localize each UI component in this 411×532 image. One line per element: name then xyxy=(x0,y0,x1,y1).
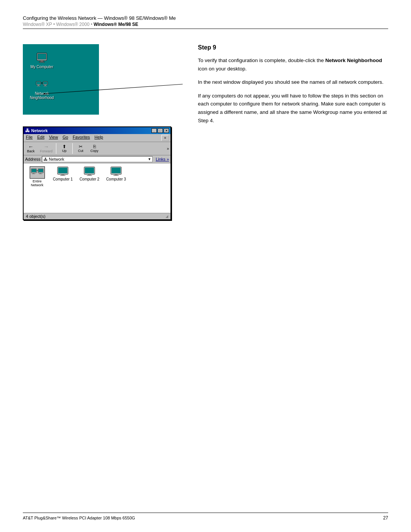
desktop-screenshot: My Computer xyxy=(23,44,99,115)
step-paragraph-2: In the next window displayed you should … xyxy=(198,78,388,86)
computer2-label: Computer 2 xyxy=(80,177,99,181)
desktop-icon-my-computer[interactable]: My Computer xyxy=(29,52,55,69)
menu-edit[interactable]: Edit xyxy=(37,135,45,141)
explorer-statusbar: 4 object(s) ◢ xyxy=(24,213,170,219)
copy-button[interactable]: ⎘ Copy xyxy=(89,144,100,153)
back-label: Back xyxy=(27,149,35,153)
maximize-button[interactable]: □ xyxy=(158,128,163,133)
footer-page-number: 27 xyxy=(383,515,388,521)
network-neighborhood-icon xyxy=(36,78,48,91)
computer2-icon[interactable]: Computer 2 xyxy=(78,166,101,181)
explorer-menubar: File Edit View Go Favorites Help ≡ xyxy=(24,134,170,142)
status-resize-grip: ◢ xyxy=(166,214,168,218)
svg-rect-30 xyxy=(88,174,91,175)
toolbar-separator-1 xyxy=(56,143,56,154)
back-icon: ← xyxy=(28,144,33,149)
svg-rect-5 xyxy=(37,82,40,85)
up-icon: ⬆ xyxy=(62,144,66,149)
my-computer-icon xyxy=(36,52,48,64)
footer-left: AT&T Plug&Share™ Wireless PCI Adapter 10… xyxy=(23,516,135,520)
computer2-img xyxy=(83,166,96,176)
menu-favorites[interactable]: Favorites xyxy=(72,135,91,141)
computer1-label: Computer 1 xyxy=(53,177,73,181)
svg-rect-25 xyxy=(58,168,67,173)
right-column: Step 9 To verify that configuration is c… xyxy=(198,44,388,220)
desktop-icon-network-neighborhood[interactable]: NetworkNeighborhood xyxy=(29,78,55,100)
forward-button[interactable]: → Forward xyxy=(39,144,54,153)
back-button[interactable]: ← Back xyxy=(25,144,37,153)
svg-rect-1 xyxy=(38,54,46,59)
address-input[interactable]: 🖧 Network ▼ xyxy=(42,156,153,162)
address-network-icon: 🖧 xyxy=(43,157,48,161)
svg-rect-17 xyxy=(33,173,34,174)
computer3-icon[interactable]: Computer 3 xyxy=(105,166,127,181)
toolbar-separator-2 xyxy=(72,143,73,154)
titlebar-icon: 🖧 xyxy=(25,128,30,133)
menu-view[interactable]: View xyxy=(48,135,59,141)
svg-rect-21 xyxy=(40,173,41,174)
address-value: Network xyxy=(49,157,64,161)
cut-button[interactable]: ✂ Cut xyxy=(75,144,86,153)
page-header: Configuring the Wireless Network — Windo… xyxy=(23,15,388,29)
svg-rect-10 xyxy=(45,85,46,86)
svg-rect-3 xyxy=(39,62,45,62)
svg-rect-35 xyxy=(113,175,119,176)
header-subtitle: Windows® XP • Windows® 2000 • Windows® M… xyxy=(23,22,388,27)
page-container: Configuring the Wireless Network — Windo… xyxy=(0,0,411,532)
cut-icon: ✂ xyxy=(79,144,83,149)
svg-rect-9 xyxy=(43,82,47,85)
cut-label: Cut xyxy=(78,149,83,153)
menu-file[interactable]: File xyxy=(25,135,33,141)
svg-rect-29 xyxy=(85,168,94,173)
svg-rect-2 xyxy=(40,61,43,62)
titlebar-title: Network xyxy=(31,128,48,133)
toolbar-more[interactable]: » xyxy=(167,147,169,151)
svg-rect-22 xyxy=(39,174,42,174)
copy-icon: ⎘ xyxy=(93,144,96,149)
network-neighborhood-label: NetworkNeighborhood xyxy=(30,91,54,100)
my-computer-label: My Computer xyxy=(30,65,53,69)
toolbar-overflow-icon[interactable]: ≡ xyxy=(161,135,169,141)
up-label: Up xyxy=(62,149,67,153)
svg-rect-33 xyxy=(112,168,121,173)
menu-help[interactable]: Help xyxy=(94,135,104,141)
computer3-label: Computer 3 xyxy=(106,177,126,181)
svg-rect-18 xyxy=(32,174,35,174)
left-column: My Computer xyxy=(23,44,183,220)
svg-rect-6 xyxy=(38,85,39,86)
explorer-window: 🖧 Network _ □ ✕ File Edit View Go Favori xyxy=(23,126,171,220)
links-button[interactable]: Links » xyxy=(156,157,169,161)
svg-rect-11 xyxy=(44,86,47,86)
menu-go[interactable]: Go xyxy=(62,135,69,141)
svg-rect-16 xyxy=(32,169,36,172)
explorer-toolbar: ← Back → Forward ⬆ Up ✂ Cut xyxy=(24,142,170,155)
titlebar-left: 🖧 Network xyxy=(25,128,48,133)
up-button[interactable]: ⬆ Up xyxy=(59,144,70,153)
header-subtitle-bold: Windows® Me/98 SE xyxy=(94,22,138,27)
titlebar-controls: _ □ ✕ xyxy=(151,128,169,133)
step-heading: Step 9 xyxy=(198,44,388,51)
explorer-addressbar: Address 🖧 Network ▼ Links » xyxy=(24,155,170,163)
computer3-img xyxy=(110,166,122,176)
entire-network-icon[interactable]: EntireNetwork xyxy=(27,166,48,187)
svg-rect-27 xyxy=(60,175,65,176)
forward-icon: → xyxy=(44,144,49,149)
svg-rect-34 xyxy=(115,174,118,175)
close-button[interactable]: ✕ xyxy=(164,128,169,133)
address-dropdown[interactable]: ▼ xyxy=(148,157,151,161)
svg-rect-7 xyxy=(37,86,40,86)
header-subtitle-normal: Windows® XP • Windows® 2000 • xyxy=(23,22,94,27)
step-bold-text: Network Neighborhood xyxy=(325,58,382,63)
minimize-button[interactable]: _ xyxy=(151,128,157,133)
svg-rect-20 xyxy=(38,169,43,172)
desktop-area-wrapper: My Computer xyxy=(23,44,183,120)
status-text: 4 object(s) xyxy=(26,214,45,219)
explorer-content: EntireNetwork Computer 1 xyxy=(24,163,170,213)
svg-rect-26 xyxy=(61,174,64,175)
step-paragraph-1: To verify that configuration is complete… xyxy=(198,56,388,73)
computer1-icon[interactable]: Computer 1 xyxy=(51,166,74,181)
address-label: Address xyxy=(25,157,40,161)
entire-network-label: EntireNetwork xyxy=(31,179,43,187)
svg-rect-31 xyxy=(87,175,92,176)
explorer-titlebar: 🖧 Network _ □ ✕ xyxy=(24,127,170,134)
